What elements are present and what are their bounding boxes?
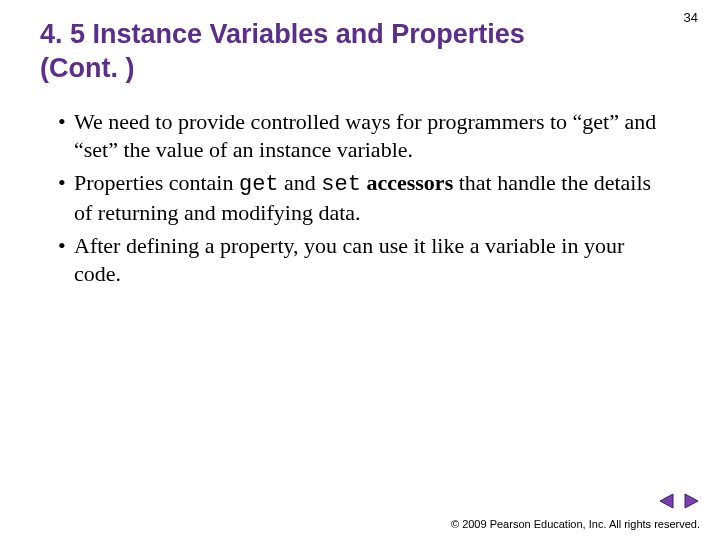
list-item: Properties contain get and set accessors…	[58, 169, 658, 226]
code-text: set	[321, 172, 361, 197]
svg-marker-0	[660, 494, 673, 508]
bullet-text: We need to provide controlled ways for p…	[74, 109, 656, 162]
triangle-left-icon	[658, 492, 676, 510]
svg-marker-1	[685, 494, 698, 508]
bullet-list: We need to provide controlled ways for p…	[58, 108, 658, 287]
bullet-text: and	[279, 170, 322, 195]
code-text: get	[239, 172, 279, 197]
bullet-text: Properties contain	[74, 170, 239, 195]
slide-body: We need to provide controlled ways for p…	[58, 108, 658, 293]
accessor-term: accessors	[361, 170, 453, 195]
next-slide-button[interactable]	[682, 492, 700, 510]
list-item: We need to provide controlled ways for p…	[58, 108, 658, 163]
list-item: After defining a property, you can use i…	[58, 232, 658, 287]
page-number: 34	[684, 10, 698, 25]
prev-slide-button[interactable]	[658, 492, 676, 510]
nav-controls	[658, 492, 700, 510]
bullet-text: After defining a property, you can use i…	[74, 233, 624, 286]
slide: { "page_number": "34", "title": "4. 5 In…	[0, 0, 720, 540]
slide-title: 4. 5 Instance Variables and Properties (…	[40, 18, 560, 86]
triangle-right-icon	[682, 492, 700, 510]
copyright-footer: © 2009 Pearson Education, Inc. All right…	[451, 518, 700, 530]
